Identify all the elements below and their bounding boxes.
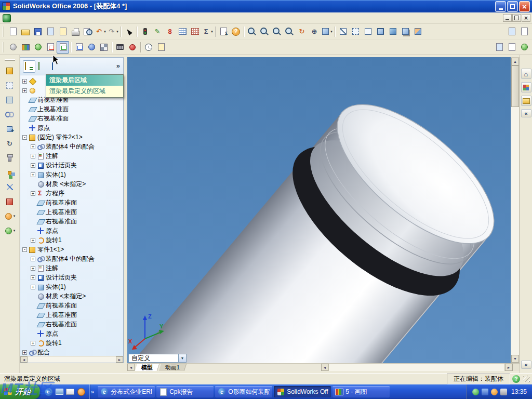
tree-row[interactable]: 原点: [20, 226, 123, 235]
view-orientation-combo[interactable]: 自定义: [128, 354, 187, 363]
viewport-canvas[interactable]: Z Y X: [127, 57, 511, 363]
zoom-area-button[interactable]: [258, 25, 271, 38]
insert-component-button[interactable]: [3, 64, 17, 77]
toolbar-button[interactable]: [119, 26, 123, 37]
tree-row[interactable]: + 设计活页夹: [20, 273, 123, 282]
hide-show-component-button[interactable]: [3, 78, 17, 92]
dropdown-arrow-icon[interactable]: ▾: [14, 229, 16, 233]
combo-dropdown-icon[interactable]: [178, 354, 186, 362]
window-page-blue-button[interactable]: [506, 25, 518, 38]
scroll-right-icon[interactable]: [116, 356, 123, 363]
schedule-render-button[interactable]: [142, 41, 155, 54]
status-help-icon[interactable]: [512, 375, 520, 383]
scene-editor-button[interactable]: [19, 41, 32, 54]
tree-row[interactable]: + 方程序: [20, 189, 123, 198]
tab-scroll-left-icon[interactable]: [127, 364, 135, 371]
menu-item[interactable]: [15, 17, 23, 19]
hscroll-track[interactable]: [328, 364, 505, 371]
toolbar-button[interactable]: [110, 42, 114, 53]
tray-icon-4[interactable]: [500, 389, 507, 395]
featuremanager-tab[interactable]: [23, 60, 35, 73]
tree-row[interactable]: 原点: [20, 123, 123, 132]
tree-row[interactable]: 上视基准面: [20, 104, 123, 114]
tree-expander[interactable]: +: [31, 275, 35, 280]
animator-button[interactable]: [114, 41, 126, 54]
tray-icon-3[interactable]: [491, 389, 498, 395]
annotations-button[interactable]: [217, 25, 230, 38]
tree-row[interactable]: 前视基准面: [20, 198, 123, 207]
tree-expander[interactable]: -: [22, 135, 27, 140]
task-pane-collapse-bottom-icon[interactable]: [521, 361, 531, 369]
menu-item[interactable]: [64, 17, 73, 19]
print-preview-button[interactable]: [82, 25, 94, 38]
file-explorer-icon[interactable]: [521, 96, 531, 106]
wireframe-button[interactable]: [337, 25, 349, 38]
zoom-in-out-button[interactable]: [271, 25, 283, 38]
quick-launch-media-icon[interactable]: [76, 387, 86, 396]
propertymanager-tab[interactable]: [36, 60, 49, 73]
save-button[interactable]: [32, 25, 44, 38]
menu-item[interactable]: [48, 17, 56, 19]
tree-expander[interactable]: +: [31, 172, 35, 177]
tree-row[interactable]: 右视基准面: [20, 217, 123, 226]
menu-item[interactable]: [23, 17, 31, 19]
make-assembly-button[interactable]: [57, 25, 69, 38]
tree-expander[interactable]: +: [31, 144, 35, 149]
rotate-view-button[interactable]: ↻: [296, 25, 308, 38]
dropdown-arrow-icon[interactable]: ▾: [211, 30, 213, 34]
toolbar-button[interactable]: [242, 26, 246, 37]
tree-row[interactable]: - (固定) 零件2<1>: [20, 132, 123, 142]
taskbar-task[interactable]: 5 - 画图: [332, 386, 390, 397]
rotate-component-button[interactable]: ↻: [3, 137, 17, 150]
toolbar-button[interactable]: [167, 41, 493, 54]
design-library-icon[interactable]: [521, 82, 531, 92]
standard-views-button[interactable]: ▾: [321, 25, 333, 38]
design-table-button[interactable]: [176, 25, 189, 38]
quick-launch-more-chevron[interactable]: »: [90, 389, 95, 395]
toolbar-button[interactable]: [333, 26, 337, 37]
toolbar-grip[interactable]: [3, 42, 4, 52]
clock[interactable]: 13:35: [511, 388, 527, 395]
tree-row[interactable]: + 装配体4 中的配合: [20, 254, 123, 263]
tree-row[interactable]: + 旋转1: [20, 235, 123, 245]
interference-detection-button[interactable]: [3, 195, 17, 208]
mate-button[interactable]: [3, 108, 17, 121]
tree-expander[interactable]: +: [31, 238, 35, 243]
pw-help-button[interactable]: [518, 41, 530, 54]
select-button[interactable]: [123, 25, 135, 38]
section-view-button[interactable]: [411, 25, 424, 38]
tree-row[interactable]: 上视基准面: [20, 310, 123, 320]
toolbar-grip[interactable]: [5, 59, 15, 61]
scroll-left-icon[interactable]: [20, 356, 28, 363]
previous-view-button[interactable]: [283, 25, 296, 38]
photoworks-options-button[interactable]: [7, 41, 19, 54]
tray-icon-2[interactable]: [482, 389, 488, 395]
shadows-button[interactable]: [399, 25, 411, 38]
start-button[interactable]: 开始: [0, 384, 40, 399]
task-pane-collapse-icon[interactable]: [521, 109, 531, 117]
toolbar-button[interactable]: [69, 42, 73, 53]
toolbar-button[interactable]: [135, 26, 139, 37]
toolbar-button[interactable]: [214, 26, 217, 37]
zoom-fit-button[interactable]: [246, 25, 258, 38]
tree-expander[interactable]: -: [22, 247, 27, 252]
configurationmanager-tab[interactable]: [50, 60, 62, 73]
tree-row[interactable]: + 设计活页夹: [20, 161, 123, 170]
minimize-button[interactable]: [495, 1, 506, 12]
red-8-button[interactable]: 8: [164, 25, 176, 38]
menu-item[interactable]: [56, 17, 64, 19]
tree-expander[interactable]: +: [31, 285, 35, 289]
explode-line-sketch-button[interactable]: [3, 180, 17, 194]
move-component-button[interactable]: [3, 122, 17, 136]
tree-expander[interactable]: +: [22, 350, 27, 355]
render-last-area-button[interactable]: [57, 41, 69, 54]
tree-expander[interactable]: +: [22, 79, 27, 84]
tree-row[interactable]: - 零件1<1>: [20, 245, 123, 254]
tree-row[interactable]: 前视基准面: [20, 301, 123, 310]
toolbar-grip[interactable]: [3, 26, 4, 37]
pan-button[interactable]: ⊕: [308, 25, 321, 38]
hscroll-right-icon[interactable]: [505, 364, 512, 371]
hscroll-left-icon[interactable]: [321, 364, 328, 371]
quick-launch-mail-icon[interactable]: [65, 387, 75, 396]
tree-expander[interactable]: +: [31, 163, 35, 168]
